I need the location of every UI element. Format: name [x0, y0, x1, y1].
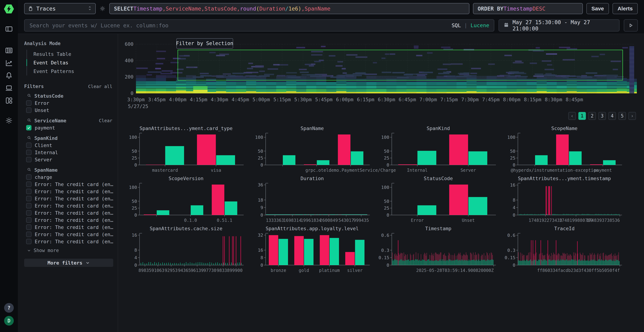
chart-plot[interactable]: 081632bronzegoldplatinumsilver — [253, 232, 371, 272]
checkbox[interactable] — [26, 239, 32, 244]
run-query-button[interactable] — [624, 19, 638, 32]
checkbox[interactable] — [26, 232, 32, 237]
chart-plot[interactable]: 025501000.1.00.51.1 — [127, 182, 245, 222]
page-button-5[interactable]: 5 — [618, 112, 626, 120]
filter-option[interactable]: Server — [26, 156, 114, 163]
page-next-button[interactable]: › — [628, 112, 636, 120]
filter-option-label: Error: The credit card (end… — [35, 217, 114, 223]
filter-option-label: Unset — [35, 108, 49, 113]
svg-text:25: 25 — [132, 156, 137, 161]
chart-plot[interactable]: 00.150.30.62025-05-28T03:59:14.900820000… — [379, 232, 497, 272]
clear-filter-link[interactable]: Clear — [99, 118, 112, 123]
language-toggle[interactable]: SQL | Lucene — [448, 22, 489, 28]
checkbox[interactable] — [26, 142, 32, 148]
filter-option-label: Error: The credit card (end… — [35, 224, 114, 230]
filter-group-header[interactable]: StatusCode — [27, 92, 112, 100]
checkbox[interactable] — [26, 217, 32, 223]
checkbox[interactable] — [26, 100, 32, 106]
page-button-4[interactable]: 4 — [608, 112, 616, 120]
filter-option[interactable]: Error: The credit card (end… — [26, 181, 114, 188]
filter-option[interactable]: Error: The credit card (end… — [26, 195, 114, 202]
clear-all-link[interactable]: Clear all — [88, 84, 112, 89]
events-heatmap[interactable]: Filter by Selection02004006003:30pm3:45p… — [118, 36, 644, 110]
svg-text:silver: silver — [347, 268, 362, 273]
checkbox-checked[interactable] — [26, 125, 32, 130]
svg-text:@hyperdx/instrumentation-excep: @hyperdx/instrumentation-exception — [511, 168, 598, 173]
filter-option[interactable]: Error: The credit card (end… — [26, 238, 114, 245]
page-button-3[interactable]: 3 — [598, 112, 606, 120]
filter-option[interactable]: Error: The credit card (end… — [26, 202, 114, 209]
search-input[interactable] — [29, 22, 448, 29]
checkbox[interactable] — [26, 210, 32, 216]
bell-icon[interactable] — [4, 70, 14, 81]
help-button[interactable]: ? — [4, 303, 14, 313]
svg-text:100: 100 — [381, 135, 389, 140]
sql-orderby-editor[interactable]: ORDER BY Timestamp DESC — [473, 3, 583, 14]
query-settings-gear-icon[interactable] — [99, 5, 106, 12]
filter-option[interactable]: Internal — [26, 149, 114, 156]
panel-toggle-icon[interactable] — [4, 24, 14, 34]
checkbox[interactable] — [26, 108, 32, 113]
chart-plot[interactable]: 02550100mastercardvisa — [127, 132, 245, 172]
chart-plot[interactable]: 0481617481922734331748199880789174839373… — [505, 182, 624, 222]
chart-plot[interactable]: 02550100ErrorUnset — [379, 182, 497, 222]
laptop-icon[interactable] — [4, 83, 14, 94]
filter-option[interactable]: Error: The credit card (end… — [26, 231, 114, 238]
sql-select-editor[interactable]: SELECT Timestamp,ServiceName,StatusCode,… — [109, 3, 470, 14]
toggle-sql[interactable]: SQL — [452, 22, 461, 28]
filter-group-header[interactable]: ServiceNameClear — [27, 117, 112, 124]
svg-text:25: 25 — [384, 156, 389, 161]
checkbox[interactable] — [26, 182, 32, 187]
filter-option[interactable]: Error — [26, 100, 114, 106]
search-box[interactable]: SQL | Lucene — [24, 19, 494, 32]
filter-group-header[interactable]: SpanName — [27, 166, 112, 174]
toggle-lucene[interactable]: Lucene — [470, 22, 489, 28]
checkbox[interactable] — [26, 189, 32, 194]
svg-text:0: 0 — [260, 212, 263, 218]
chart-plot[interactable]: 00.150.30.6ff860334facdb23d3f430ff5b5050… — [505, 232, 624, 272]
date-range-picker[interactable]: May 27 15:30:00 - May 27 21:00:00 — [498, 19, 620, 32]
checkbox[interactable] — [26, 174, 32, 180]
more-filters-button[interactable]: More filters — [24, 259, 113, 267]
checkbox[interactable] — [26, 203, 32, 208]
hyperdx-logo[interactable] — [4, 4, 14, 14]
play-icon — [628, 23, 634, 28]
page-button-1[interactable]: 1 — [578, 112, 586, 120]
checkbox[interactable] — [26, 224, 32, 230]
filter-option[interactable]: Error: The credit card (end… — [26, 188, 114, 195]
alerts-button[interactable]: Alerts — [612, 3, 638, 14]
filter-option[interactable]: Client — [26, 142, 114, 149]
filter-group-header[interactable]: SpanKind — [27, 134, 112, 142]
chart-plot[interactable]: 02550100grpc.oteldemo.PaymentService/Cha… — [253, 132, 371, 172]
gear-icon[interactable] — [4, 115, 14, 126]
analysis-mode-item-event-deltas[interactable]: Event Deltas — [27, 58, 118, 67]
show-more-link[interactable]: Show more — [27, 247, 118, 254]
filter-option[interactable]: charge — [26, 174, 114, 181]
dashboard-icon[interactable] — [4, 95, 14, 106]
filter-option[interactable]: Unset — [26, 106, 114, 114]
save-button[interactable]: Save — [586, 3, 609, 14]
filter-option[interactable]: Error: The credit card (end… — [26, 209, 114, 216]
chart-plot[interactable]: 0918361333363169831419961834260084954301… — [253, 182, 371, 222]
source-select[interactable]: Traces — [24, 3, 96, 14]
avatar[interactable]: D — [4, 316, 14, 326]
event-log-icon[interactable] — [4, 45, 14, 56]
checkbox[interactable] — [26, 150, 32, 155]
analysis-mode-item-results-table[interactable]: Results Table — [27, 50, 118, 58]
page-button-2[interactable]: 2 — [588, 112, 596, 120]
app-frame: Traces SELECT Timestamp,ServiceName,Stat… — [18, 0, 644, 332]
checkbox[interactable] — [26, 196, 32, 201]
chart-plot[interactable]: 0481689835910639295394365961399773098338… — [127, 232, 245, 272]
filter-option[interactable]: payment — [26, 124, 114, 131]
svg-text:4: 4 — [134, 255, 137, 260]
svg-text:8:45pm: 8:45pm — [566, 97, 583, 102]
chart-plot[interactable]: 02550100InternalServer — [379, 132, 497, 172]
page-prev-button[interactable]: ‹ — [568, 112, 576, 120]
filter-option[interactable]: Error: The credit card (end… — [26, 216, 114, 224]
filter-option[interactable]: Error: The credit card (end… — [26, 224, 114, 231]
checkbox[interactable] — [26, 157, 32, 162]
chart-plot[interactable]: 02550100@hyperdx/instrumentation-excepti… — [505, 132, 624, 172]
analysis-mode-item-event-patterns[interactable]: Event Patterns — [27, 67, 118, 76]
chart-search-icon[interactable] — [4, 58, 14, 68]
svg-text:0.3: 0.3 — [381, 248, 389, 253]
